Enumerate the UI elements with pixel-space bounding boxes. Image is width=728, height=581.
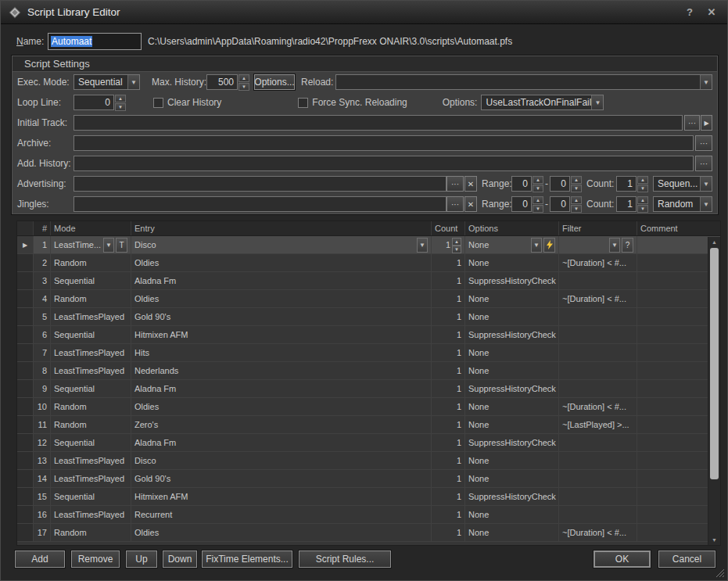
table-row[interactable]: 5LeastTimesPlayedGold 90's1None	[17, 308, 720, 326]
chevron-down-icon[interactable]: ▼	[127, 75, 139, 89]
close-icon[interactable]: ✕	[704, 6, 719, 18]
count-spin-arrows[interactable]: ▲▼	[452, 238, 461, 253]
table-row[interactable]: ▶1LeastTime...▼TDisco▼1▲▼None▼▼?	[17, 236, 720, 254]
chevron-down-icon[interactable]: ▼	[417, 238, 428, 253]
force-sync-checkbox[interactable]	[298, 98, 308, 108]
col-num[interactable]: #	[34, 221, 51, 235]
table-row[interactable]: 17RandomOldies1None~[Duration] < #...	[17, 524, 720, 542]
spin-down-icon[interactable]: ▼	[452, 246, 461, 253]
spin-up-icon[interactable]: ▲	[115, 95, 126, 102]
jingles-range-to-spinner[interactable]: 0 ▲▼	[550, 196, 582, 212]
history-options-button[interactable]: Options...	[254, 74, 295, 90]
count-spinner[interactable]: 1▲▼	[435, 238, 461, 253]
chevron-down-icon[interactable]: ▼	[700, 177, 712, 191]
table-row[interactable]: 14LeastTimesPlayedGold 90's1None	[17, 470, 720, 488]
jingles-count-spinner[interactable]: 1 ▲▼	[616, 196, 648, 212]
initial-track-play-icon[interactable]: ▶	[701, 115, 712, 131]
col-comment[interactable]: Comment	[637, 221, 709, 235]
col-filter[interactable]: Filter	[559, 221, 637, 235]
max-history-spinner[interactable]: 500 ▲ ▼	[206, 74, 249, 90]
mode-editor[interactable]: LeastTime...▼T	[54, 238, 127, 253]
spin-down-icon[interactable]: ▼	[533, 185, 543, 192]
table-row[interactable]: 10RandomOldies1None~[Duration] < #...	[17, 398, 720, 416]
initial-track-field[interactable]	[74, 115, 683, 131]
col-mode[interactable]: Mode	[51, 221, 131, 235]
spin-up-icon[interactable]: ▲	[637, 196, 648, 204]
spin-up-icon[interactable]: ▲	[533, 176, 543, 184]
vertical-scrollbar[interactable]: ▲ ▼	[708, 237, 720, 545]
table-row[interactable]: 13LeastTimesPlayedDisco1None	[17, 452, 720, 470]
jingles-range-from-spinner[interactable]: 0 ▲▼	[511, 196, 543, 212]
table-row[interactable]: 9SequentialAladna Fm1SuppressHistoryChec…	[17, 380, 720, 398]
add-history-browse-button[interactable]: ···	[695, 156, 712, 171]
up-button[interactable]: Up	[126, 551, 157, 568]
chevron-down-icon[interactable]: ▼	[609, 238, 620, 253]
down-button[interactable]: Down	[163, 551, 197, 568]
table-row[interactable]: 2RandomOldies1None~[Duration] < #...	[17, 254, 720, 272]
lightning-icon[interactable]	[543, 238, 555, 253]
spin-up-icon[interactable]: ▲	[637, 176, 648, 184]
advertising-mode-dropdown[interactable]: Sequen... ▼	[653, 176, 712, 192]
col-options[interactable]: Options	[465, 221, 559, 235]
loop-line-spinner[interactable]: 0 ▲ ▼	[74, 95, 126, 110]
advertising-browse-button[interactable]: ···	[446, 176, 464, 192]
spin-down-icon[interactable]: ▼	[637, 205, 648, 213]
chevron-down-icon[interactable]: ▼	[700, 197, 712, 211]
spin-down-icon[interactable]: ▼	[637, 185, 648, 192]
table-row[interactable]: 6SequentialHitmixen AFM1SuppressHistoryC…	[17, 326, 720, 344]
add-history-field[interactable]	[74, 156, 694, 171]
spin-down-icon[interactable]: ▼	[533, 205, 543, 213]
spin-down-icon[interactable]: ▼	[238, 83, 249, 91]
spin-down-icon[interactable]: ▼	[571, 205, 582, 213]
options-editor[interactable]: None▼	[468, 238, 555, 253]
spin-up-icon[interactable]: ▲	[238, 74, 249, 82]
archive-browse-button[interactable]: ···	[695, 135, 712, 151]
filter-editor[interactable]: ▼?	[562, 238, 633, 253]
filter-help-button[interactable]: ?	[622, 238, 633, 253]
spin-down-icon[interactable]: ▼	[571, 185, 582, 192]
exec-mode-dropdown[interactable]: Sequential ▼	[74, 74, 140, 90]
chevron-down-icon[interactable]: ▼	[103, 238, 114, 253]
fixtime-elements-button[interactable]: FixTime Elements...	[202, 551, 292, 568]
table-row[interactable]: 8LeastTimesPlayedNederlands1None	[17, 362, 720, 380]
clear-history-checkbox[interactable]	[153, 98, 163, 108]
mode-type-button[interactable]: T	[116, 238, 127, 253]
scroll-down-icon[interactable]: ▼	[708, 535, 720, 545]
spin-up-icon[interactable]: ▲	[571, 196, 582, 204]
add-button[interactable]: Add	[15, 551, 65, 568]
script-rules-button[interactable]: Script Rules...	[299, 551, 391, 568]
options-dropdown[interactable]: UseLastTrackOnFinalFail ▼	[481, 95, 604, 110]
initial-track-browse-button[interactable]: ···	[684, 115, 700, 131]
chevron-down-icon[interactable]: ▼	[700, 75, 712, 89]
spin-up-icon[interactable]: ▲	[533, 196, 543, 204]
col-count[interactable]: Count	[432, 221, 465, 235]
jingles-field[interactable]	[74, 196, 446, 212]
advertising-range-from-spinner[interactable]: 0 ▲▼	[511, 176, 543, 192]
remove-button[interactable]: Remove	[71, 551, 120, 568]
name-input[interactable]: Automaat	[48, 33, 142, 50]
advertising-range-to-spinner[interactable]: 0 ▲▼	[550, 176, 582, 192]
table-row[interactable]: 7LeastTimesPlayedHits1None	[17, 344, 720, 362]
jingles-browse-button[interactable]: ···	[446, 196, 464, 212]
jingles-clear-icon[interactable]: ✕	[464, 196, 477, 212]
advertising-clear-icon[interactable]: ✕	[464, 176, 477, 192]
jingles-mode-dropdown[interactable]: Random ▼	[653, 196, 712, 212]
spin-down-icon[interactable]: ▼	[115, 103, 126, 111]
chevron-down-icon[interactable]: ▼	[531, 238, 542, 253]
advertising-field[interactable]	[74, 176, 446, 192]
ok-button[interactable]: OK	[594, 551, 651, 568]
advertising-count-spinner[interactable]: 1 ▲▼	[616, 176, 648, 192]
help-icon[interactable]: ?	[682, 6, 698, 18]
table-row[interactable]: 11RandomZero's1None~[LastPlayed] >...	[17, 416, 720, 434]
col-entry[interactable]: Entry	[131, 221, 432, 235]
resize-grip[interactable]	[715, 568, 725, 578]
table-row[interactable]: 12SequentialAladna Fm1SuppressHistoryChe…	[17, 434, 720, 452]
scroll-up-icon[interactable]: ▲	[708, 237, 720, 247]
table-row[interactable]: 15SequentialHitmixen AFM1SuppressHistory…	[17, 488, 720, 506]
table-row[interactable]: 4RandomOldies1None~[Duration] < #...	[17, 290, 720, 308]
table-row[interactable]: 3SequentialAladna Fm1SuppressHistoryChec…	[17, 272, 720, 290]
chevron-down-icon[interactable]: ▼	[591, 95, 603, 109]
cancel-button[interactable]: Cancel	[658, 551, 715, 568]
archive-field[interactable]	[74, 135, 694, 151]
table-row[interactable]: 16LeastTimesPlayedRecurrent1None	[17, 506, 720, 524]
